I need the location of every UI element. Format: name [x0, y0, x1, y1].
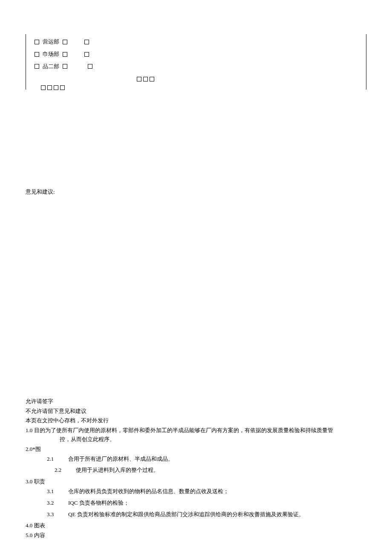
content-section: 允许请签字 不允许请留下意见和建议 本页在文控中心存档，不对外发行 1.0 目的… [26, 397, 366, 540]
section-3-item-3: 3.3 QE 负责对检验标准的制定和跟供给商品质部门交涉和追踪供给商的分析和改善… [26, 510, 366, 519]
section-2-item-2: 2.2 使用于从进料到入库的整个过程。 [26, 466, 366, 475]
checkbox-row-3: 品二部 [35, 62, 357, 71]
checkbox-icon[interactable] [35, 40, 39, 44]
sub-text: 合用于所有进厂的原材料、半成品和成品。 [68, 455, 366, 464]
sub-num: 2.1 [47, 455, 68, 464]
signature-line-3: 本页在文控中心存档，不对外发行 [26, 416, 366, 425]
section-2-heading: 2.0*围 [26, 445, 366, 454]
sub-num: 3.1 [47, 487, 68, 496]
checkbox-row-1: 营运部 [35, 38, 357, 46]
feedback-heading: 意见和建议: [26, 188, 366, 197]
sub-num: 3.3 [47, 510, 68, 519]
checkbox-icon[interactable] [150, 77, 154, 81]
checkbox-icon[interactable] [63, 64, 67, 69]
checkbox-icon[interactable] [35, 64, 39, 69]
checkbox-icon[interactable] [143, 77, 148, 81]
sub-text: 仓库的收料员负责对收到的物料的品名信息、数量的点收及送检； [68, 487, 366, 496]
section-3-item-2: 3.2 IQC 负责各物料的检验； [26, 499, 366, 508]
checkbox-icon[interactable] [63, 52, 67, 57]
checkbox-section: 营运部 巾场部 品二部 [26, 34, 366, 90]
checkbox-row-2: 巾场部 [35, 50, 357, 59]
checkbox-label-2: 巾场部 [43, 50, 59, 59]
checkbox-icon[interactable] [54, 85, 58, 90]
checkbox-icon[interactable] [88, 64, 92, 69]
sub-text: 使用于从进料到入库的整个过程。 [76, 466, 366, 475]
checkbox-icon[interactable] [63, 40, 67, 44]
document-page: 营运部 巾场部 品二部 [0, 0, 392, 555]
checkbox-icon[interactable] [84, 40, 89, 44]
section-2-item-1: 2.1 合用于所有进厂的原材料、半成品和成品。 [26, 455, 366, 464]
signature-line-2: 不允许请留下意见和建议 [26, 407, 366, 416]
bottom-checkbox-group [41, 85, 65, 90]
section-3-heading: 3.0 职责 [26, 477, 366, 486]
checkbox-icon[interactable] [137, 77, 141, 81]
section-5-heading: 5.0 内容 [26, 531, 366, 540]
section-3-item-1: 3.1 仓库的收料员负责对收到的物料的品名信息、数量的点收及送检； [26, 487, 366, 496]
sub-text: QE 负责对检验标准的制定和跟供给商品质部门交涉和追踪供给商的分析和改善措施及效… [68, 510, 366, 519]
section-4-heading: 4.0 图表 [26, 521, 366, 530]
checkbox-icon[interactable] [84, 52, 89, 57]
section-1-cont: 控，从而创立此程序。 [26, 435, 366, 444]
checkbox-icon[interactable] [41, 85, 46, 90]
extra-checkbox-group [137, 77, 154, 81]
checkbox-icon[interactable] [35, 52, 39, 57]
checkbox-icon[interactable] [47, 85, 52, 90]
sub-num: 2.2 [55, 466, 76, 475]
feedback-section: 意见和建议: [26, 188, 366, 197]
checkbox-label-3: 品二部 [43, 62, 59, 71]
sub-text: IQC 负责各物料的检验； [68, 499, 366, 508]
sub-num: 3.2 [47, 499, 68, 508]
section-1-heading: 1.0 目的为了使所有厂内使用的原材料，零部件和委外加工的半成品能够在厂内有方案… [26, 426, 366, 435]
checkbox-icon[interactable] [60, 85, 65, 90]
checkbox-label-1: 营运部 [43, 38, 59, 46]
signature-line-1: 允许请签字 [26, 397, 366, 406]
section-1: 1.0 目的为了使所有厂内使用的原材料，零部件和委外加工的半成品能够在厂内有方案… [26, 426, 366, 444]
